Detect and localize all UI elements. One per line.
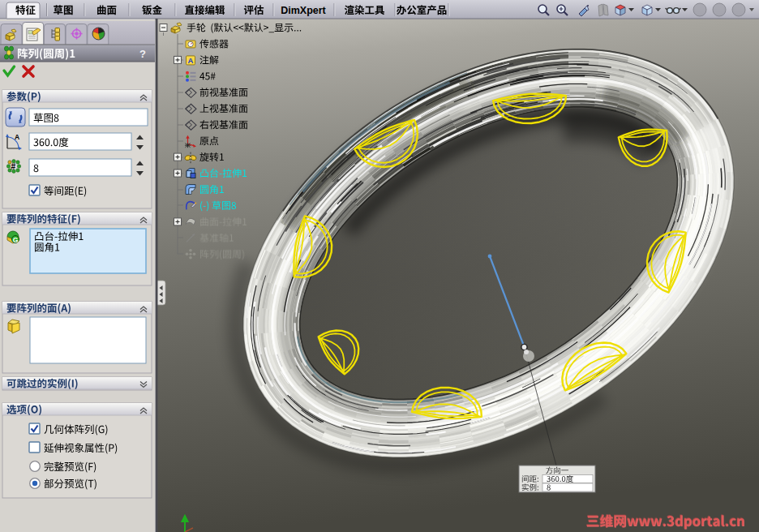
svg-text:G: G xyxy=(13,236,19,244)
svg-text:A: A xyxy=(188,56,194,65)
svg-text:#: # xyxy=(11,162,16,171)
svg-text:A: A xyxy=(15,133,19,141)
svg-text:DimXpert: DimXpert xyxy=(281,5,326,16)
svg-text:?: ? xyxy=(139,48,146,60)
